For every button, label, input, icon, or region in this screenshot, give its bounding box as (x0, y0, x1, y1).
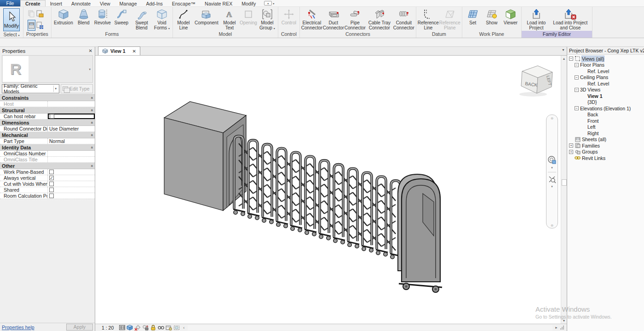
tree-item-ceiling-plans[interactable]: − Ceiling Plans (567, 74, 644, 81)
properties-toggle-button[interactable] (28, 20, 35, 31)
ribbon-minimize-button[interactable]: ▴ (264, 1, 272, 6)
scroll-down-arrow-icon[interactable]: ▼ (561, 318, 567, 324)
electrical-connector-button[interactable]: Electrical Connector (301, 8, 322, 30)
omniclass-title-value[interactable] (48, 157, 95, 162)
tab-insert[interactable]: Insert (46, 0, 67, 6)
tree-item-groups[interactable]: + Groups (567, 149, 644, 155)
view-bar-collapse-icon[interactable]: ‹ (183, 325, 184, 330)
model-canvas[interactable]: BACK LEFT ◎ ▼ ▼ ◎ (95, 56, 561, 324)
tab-add-ins[interactable]: Add-Ins (142, 0, 167, 6)
lock-3d-view-button[interactable] (150, 325, 156, 331)
tree-item-ref-level-ceiling[interactable]: Ref. Level (567, 80, 644, 87)
scroll-up-arrow-icon[interactable]: ▲ (561, 56, 567, 62)
view-tab[interactable]: View 1 ✕ (98, 46, 140, 55)
family-category-button[interactable] (28, 8, 35, 19)
section-mechanical[interactable]: Mechanical« (0, 132, 95, 138)
view-scale[interactable]: 1 : 20 (102, 325, 114, 331)
show-work-plane-button[interactable]: Show (483, 8, 501, 26)
extrusion-button[interactable]: Extrusion (53, 8, 74, 26)
round-connector-dim-value[interactable]: Use Diameter (48, 126, 95, 131)
void-forms-button[interactable]: Void Forms ▾ (153, 8, 171, 31)
detail-level-button[interactable] (119, 325, 125, 331)
part-type-value[interactable]: Normal (48, 138, 95, 144)
host-value[interactable] (48, 101, 95, 107)
revolve-button[interactable]: Revolve (93, 8, 112, 26)
tab-manage[interactable]: Manage (115, 0, 142, 6)
load-into-project-button[interactable]: Load into Project (523, 8, 550, 30)
tab-view[interactable]: View (95, 0, 115, 6)
tab-list-caret-icon[interactable]: ▼ (562, 48, 565, 51)
viewer-button[interactable]: Viewer (501, 8, 520, 26)
shared-checkbox[interactable] (49, 188, 54, 192)
shadows-button[interactable] (142, 325, 149, 331)
zoom-tool-icon[interactable] (548, 175, 556, 183)
opening-button[interactable]: Opening (239, 8, 258, 26)
type-selector-caret-icon[interactable]: ▾ (89, 68, 91, 71)
section-structural[interactable]: Structural« (0, 107, 95, 114)
tree-item-views[interactable]: − Views (all) (567, 56, 644, 62)
crop-view-button[interactable] (166, 325, 172, 331)
component-button[interactable]: Component (193, 8, 220, 26)
modify-button[interactable]: Modify (3, 8, 20, 31)
tab-naviate-rex[interactable]: Naviate REX (200, 0, 237, 6)
tree-item-ref-level-floor[interactable]: Ref. Level (567, 68, 644, 74)
temporary-hide-isolate-button[interactable] (158, 325, 164, 331)
section-dimensions[interactable]: Dimensions« (0, 120, 95, 126)
apply-button[interactable]: Apply (66, 324, 93, 331)
model-text-button[interactable]: A Model Text (220, 8, 239, 30)
collapse-box-icon[interactable]: − (575, 88, 579, 92)
control-button[interactable]: Control (280, 8, 298, 26)
set-work-plane-button[interactable]: Set (464, 8, 482, 26)
tree-item-right[interactable]: Right (567, 130, 644, 137)
scroll-right-arrow-icon[interactable]: ► (554, 326, 559, 329)
viewcube[interactable]: BACK LEFT (515, 62, 554, 99)
file-menu-button[interactable]: File (0, 0, 20, 6)
swept-blend-button[interactable]: Swept Blend (131, 8, 152, 30)
tab-modify[interactable]: Modify (237, 0, 260, 6)
section-constraints[interactable]: Constraints« (0, 95, 95, 101)
collapse-box-icon[interactable]: − (575, 106, 579, 110)
vertical-scrollbar[interactable]: ▲ ▼ (561, 56, 567, 324)
cable-tray-connector-button[interactable]: Cable Tray Connector (366, 8, 393, 30)
tree-item-view-1[interactable]: View 1 (567, 93, 644, 99)
tab-create[interactable]: Create (20, 0, 46, 6)
cut-with-voids-checkbox[interactable] (49, 182, 54, 186)
model-line-button[interactable]: Model Line (174, 8, 193, 30)
model-group-button[interactable]: Model Group ▾ (258, 8, 276, 31)
steering-wheel-icon[interactable] (547, 155, 557, 165)
steering-wheel-caret-icon[interactable]: ▼ (551, 166, 553, 169)
expand-box-icon[interactable]: + (569, 150, 573, 154)
pipe-connector-button[interactable]: Pipe Connector (345, 8, 366, 30)
select-panel-label[interactable]: Select ▾ (0, 31, 23, 38)
tree-item-elevations[interactable]: − Elevations (Elevation 1) (567, 105, 644, 112)
tab-enscape[interactable]: Enscape™ (167, 0, 200, 6)
can-host-rebar-checkbox[interactable] (50, 114, 54, 119)
conduit-connector-button[interactable]: Conduit Connector (393, 8, 414, 30)
reference-line-button[interactable]: Reference Line (418, 8, 439, 30)
can-host-rebar-value[interactable] (48, 114, 95, 119)
resize-grip[interactable] (560, 325, 565, 330)
tree-item-floor-plans[interactable]: − Floor Plans (567, 62, 644, 68)
family-types-button[interactable] (36, 8, 44, 19)
collapse-box-icon[interactable]: − (569, 57, 573, 61)
tree-item-sheets[interactable]: Sheets (all) (567, 137, 644, 143)
tree-item-back[interactable]: Back (567, 112, 644, 118)
room-calculation-point-checkbox[interactable] (49, 194, 54, 198)
duct-connector-button[interactable]: Duct Connector (323, 8, 344, 30)
show-crop-region-button[interactable] (173, 325, 180, 331)
visual-style-button[interactable] (126, 325, 133, 331)
reference-plane-button[interactable]: Reference Plane (439, 8, 460, 30)
tree-item-front[interactable]: Front (567, 118, 644, 124)
always-vertical-checkbox[interactable]: ✓ (49, 176, 54, 180)
collapse-box-icon[interactable]: − (575, 63, 579, 67)
load-into-project-close-button[interactable]: Load into Project and Close (550, 8, 591, 30)
horizontal-scrollbar[interactable] (188, 325, 552, 331)
edit-type-button[interactable]: Edit Type (61, 84, 93, 93)
section-other[interactable]: Other« (0, 163, 95, 169)
family-selector[interactable]: Family: Generic Models ▾ (2, 84, 59, 93)
tree-item-families[interactable]: + Families (567, 143, 644, 149)
section-identity-data[interactable]: Identity Data« (0, 144, 95, 151)
omniclass-number-value[interactable] (48, 151, 95, 156)
tree-item-revit-links[interactable]: Revit Links (567, 155, 644, 161)
properties-close-icon[interactable]: ✕ (89, 48, 92, 53)
